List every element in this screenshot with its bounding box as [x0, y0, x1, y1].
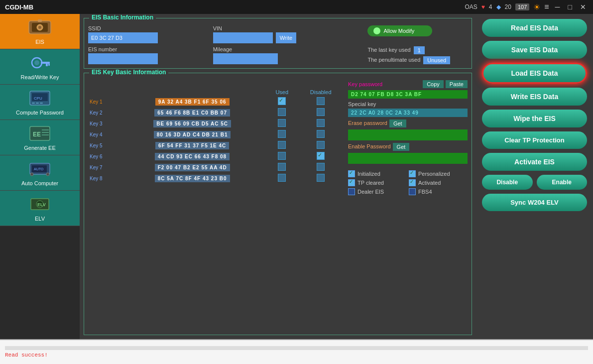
clear-tp-button[interactable]: Clear TP Protection [482, 131, 587, 149]
write-eis-button[interactable]: Write EIS Data [482, 88, 587, 106]
key-bytes: F2 00 47 B2 E2 55 AA 4D [155, 164, 230, 171]
diamond-icon: ◆ [496, 3, 501, 10]
status-label: Initialized [357, 171, 380, 177]
status-checkbox[interactable]: ✓ [348, 179, 355, 186]
status-label: Personalized [418, 171, 450, 177]
eis-icon [27, 18, 53, 37]
used-checkbox[interactable] [278, 163, 286, 171]
paste-button[interactable]: Paste [446, 80, 468, 88]
status-checkbox[interactable]: ✓ [348, 170, 355, 177]
wipe-eis-button[interactable]: Wipe the EIS [482, 110, 587, 127]
enable-button[interactable]: Enable [537, 175, 588, 190]
sidebar-item-auto-computer[interactable]: AUTO Auto Computer [0, 155, 80, 191]
svg-rect-4 [38, 19, 42, 22]
disabled-checkbox[interactable] [317, 141, 325, 149]
toggle-circle [373, 27, 380, 34]
status-checkbox[interactable] [409, 188, 416, 195]
disabled-checkbox[interactable] [317, 108, 325, 116]
svg-rect-15 [40, 103, 43, 104]
sidebar-item-elv[interactable]: ELV ELV [0, 191, 80, 226]
status-checkbox[interactable]: ✓ [409, 179, 416, 186]
disabled-checkbox[interactable]: ✓ [317, 152, 325, 160]
used-checkbox[interactable] [278, 141, 286, 149]
disabled-checkbox[interactable] [317, 119, 325, 127]
sidebar-label-generate-ee: Generate EE [24, 145, 56, 151]
disabled-checkbox[interactable] [317, 174, 325, 182]
key-bytes: 9A 32 A4 3B F1 6F 35 06 [155, 98, 230, 106]
used-checkbox[interactable] [278, 108, 286, 116]
mileage-input[interactable] [213, 53, 278, 64]
write-button[interactable]: Write [276, 32, 296, 43]
save-eis-button[interactable]: Save EIS Data [482, 41, 587, 59]
used-checkbox[interactable] [278, 174, 286, 182]
status-checkbox[interactable] [348, 188, 355, 195]
erase-value [348, 129, 468, 140]
erase-get-button[interactable]: Get [389, 120, 406, 127]
mileage-label: Mileage [213, 46, 363, 52]
copy-button[interactable]: Copy [423, 80, 444, 88]
key-password-value: D2 74 07 FB D8 3C 3A BF [348, 90, 468, 99]
eis-number-input[interactable] [88, 53, 158, 64]
sidebar-item-compute-password[interactable]: CPU Compute Password [0, 85, 80, 120]
used-checkbox[interactable] [278, 130, 286, 138]
gold-icon: ☀ [533, 2, 540, 12]
center-panel: EIS Basic Information SSID VIN Write [80, 14, 476, 339]
oas-label: OAS [465, 3, 477, 10]
disabled-checkbox[interactable] [317, 97, 325, 105]
sync-w204-button[interactable]: Sync W204 ELV [482, 194, 587, 211]
enable-get-button[interactable]: Get [393, 143, 410, 151]
disable-button[interactable]: Disable [482, 175, 533, 190]
used-checkbox[interactable]: ✓ [278, 97, 286, 105]
activate-eis-button[interactable]: Activate EIS [482, 153, 587, 171]
enable-password-label: Enable Password [348, 143, 391, 149]
used-checkbox[interactable] [278, 152, 286, 160]
key-bytes: 65 46 F6 8B E1 C0 BB 07 [154, 109, 230, 117]
key-label: Key 2 [88, 107, 118, 118]
used-checkbox[interactable] [278, 119, 286, 127]
sidebar-item-generate-ee[interactable]: EE Generate EE [0, 120, 80, 155]
disabled-checkbox[interactable] [317, 130, 325, 138]
table-row: Key 7F2 00 47 B2 E2 55 AA 4D [88, 162, 344, 173]
key-label: Key 3 [88, 118, 118, 129]
svg-text:AUTO: AUTO [34, 167, 44, 171]
minimize-button[interactable]: ─ [553, 3, 562, 11]
close-button[interactable]: ✕ [578, 3, 588, 11]
allow-modify-button[interactable]: Allow Modify [367, 25, 432, 36]
status-item: ✓Activated [409, 179, 468, 186]
key-icon [27, 53, 53, 72]
load-eis-button[interactable]: Load EIS Data [482, 63, 587, 84]
svg-point-24 [30, 173, 33, 176]
vin-input[interactable] [213, 32, 273, 43]
table-row: Key 480 16 3D AD C4 DB 21 B1 [88, 129, 344, 140]
title-bar-right: OAS ♥ 4 ◆ 20 107 ☀ ≡ ─ □ ✕ [465, 2, 588, 12]
menu-icon[interactable]: ≡ [544, 2, 549, 11]
maximize-button[interactable]: □ [566, 3, 574, 11]
special-key-label: Special key [348, 101, 468, 107]
sidebar-item-read-write-key[interactable]: Read/Write Key [0, 49, 80, 85]
key-bytes: 44 CD 93 EC 66 43 F8 08 [155, 153, 230, 160]
penultimate-value: Unused [423, 56, 450, 64]
status-label: Activated [418, 180, 441, 186]
status-label: Dealer EIS [357, 189, 384, 195]
key-label: Key 1 [88, 96, 118, 107]
status-checkbox[interactable]: ✓ [409, 170, 416, 177]
key-label: Key 5 [88, 140, 118, 151]
ssid-input[interactable] [88, 32, 158, 43]
key-bytes: 80 16 3D AD C4 DB 21 B1 [154, 131, 231, 138]
diamonds-count: 20 [505, 3, 511, 10]
eis-basic-title: EIS Basic Information [89, 14, 156, 21]
counter-box: 107 [515, 3, 529, 10]
table-row: Key 56F 54 FF 31 37 F5 1E 4C [88, 140, 344, 151]
table-row: Key 265 46 F6 8B E1 C0 BB 07 [88, 107, 344, 118]
sidebar-label-auto-computer: Auto Computer [21, 180, 58, 186]
status-item: ✓Initialized [348, 170, 407, 177]
read-eis-button[interactable]: Read EIS Data [482, 19, 587, 37]
used-header: Used [266, 88, 297, 96]
table-row: Key 644 CD 93 EC 66 43 F8 08✓ [88, 151, 344, 162]
key-table: Used Disabled Key 19A 32 A4 3B F1 6F 35 … [88, 88, 344, 184]
sidebar-item-eis[interactable]: EIS [0, 14, 80, 49]
disabled-checkbox[interactable] [317, 163, 325, 171]
heart-icon: ♥ [481, 3, 485, 10]
svg-point-23 [46, 173, 49, 176]
status-item: Dealer EIS [348, 188, 407, 195]
